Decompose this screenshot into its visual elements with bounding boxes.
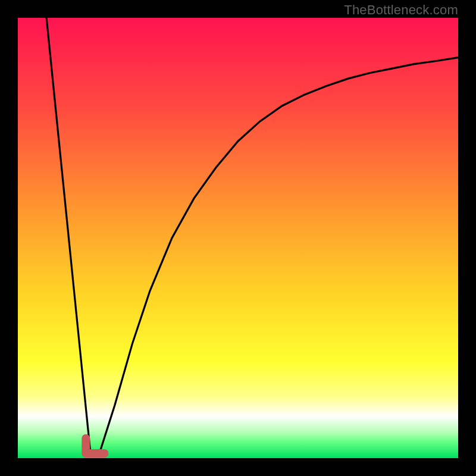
watermark-text: TheBottleneck.com (344, 2, 458, 18)
plot-area (18, 18, 458, 458)
chart-frame: TheBottleneck.com (0, 0, 476, 476)
optimum-marker (18, 18, 458, 458)
